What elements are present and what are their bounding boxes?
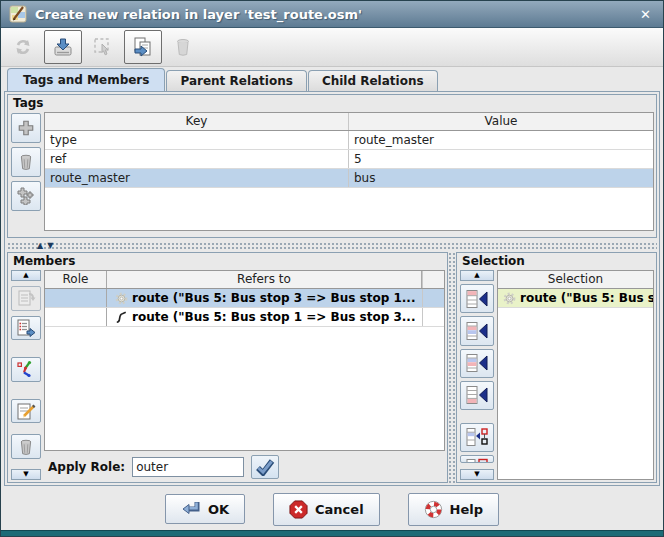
tags-toolbar [10, 112, 42, 231]
refresh-icon [13, 37, 33, 57]
josm-logo-icon [9, 5, 27, 23]
remove-selected-members-icon [465, 458, 489, 463]
members-table-header: Role Refers to [45, 271, 444, 289]
tags-table-header: Key Value [45, 113, 653, 131]
copy-members-button[interactable] [11, 286, 41, 311]
add-selection-at-end-button[interactable] [460, 381, 494, 410]
remove-member-button[interactable] [11, 434, 41, 459]
members-toolbar: ▲ [10, 270, 42, 480]
add-after-icon [465, 353, 489, 373]
ok-button[interactable]: OK [165, 494, 245, 524]
tag-value[interactable]: bus [349, 169, 653, 187]
editor-tabs: Tags and Members Parent Relations Child … [1, 67, 663, 91]
member-refers-to[interactable]: route ("Bus 5: Bus stop 3 => Bus stop 1.… [107, 289, 422, 307]
key-column-header: Key [45, 113, 349, 130]
apply-role-button[interactable] [251, 455, 279, 479]
refresh-button[interactable] [4, 30, 42, 64]
scroll-up-icon[interactable]: ▲ [460, 270, 494, 281]
delete-tag-button[interactable] [11, 147, 41, 177]
ok-return-icon [181, 501, 201, 517]
selection-toolbar: ▲ [459, 270, 495, 480]
horizontal-splitter[interactable]: ▲ ▼ [7, 242, 657, 250]
refers-to-column-header: Refers to [107, 271, 422, 288]
add-at-start-icon [465, 289, 489, 309]
add-selection-before-button[interactable] [460, 316, 494, 345]
paste-members-icon [16, 318, 36, 338]
tag-key[interactable]: type [45, 131, 349, 149]
scroll-down-icon[interactable]: ▼ [11, 469, 41, 480]
relation-gear-icon [502, 291, 517, 306]
help-button[interactable]: Help [408, 493, 499, 526]
delete-relation-button[interactable] [164, 30, 202, 64]
selection-panel: Selection ▲ [456, 252, 657, 483]
relation-editor-window: Create new relation in layer 'test_route… [0, 0, 664, 537]
paste-tags-icon [17, 187, 35, 205]
ok-button-label: OK [208, 502, 229, 517]
add-before-icon [465, 321, 489, 341]
edit-member-button[interactable] [11, 399, 41, 424]
dialog-footer: OK Cancel Help [1, 486, 663, 532]
select-members-button[interactable] [460, 423, 494, 452]
scroll-down-icon[interactable]: ▼ [460, 469, 494, 480]
vertical-splitter[interactable] [448, 252, 456, 483]
titlebar: Create new relation in layer 'test_route… [1, 1, 663, 28]
splitter-collapse-up-icon[interactable]: ▲ [37, 242, 43, 250]
selection-table: Selection [497, 270, 654, 480]
tab-child-relations[interactable]: Child Relations [308, 70, 438, 91]
member-row[interactable]: route ("Bus 5: Bus stop 3 => Bus stop 1.… [45, 289, 444, 308]
add-tag-button[interactable] [11, 113, 41, 143]
tab-parent-relations[interactable]: Parent Relations [166, 70, 306, 91]
apply-save-icon [52, 36, 74, 58]
help-lifering-icon [424, 500, 443, 519]
paste-tags-button[interactable] [11, 181, 41, 211]
member-row[interactable]: route ("Bus 5: Bus stop 1 => Bus stop 3.… [45, 308, 444, 327]
window-bottom-edge [1, 530, 663, 536]
apply-role-label: Apply Role: [48, 460, 125, 474]
selection-item[interactable]: route ("Bus 5: Bus s [498, 289, 653, 307]
trash-icon [17, 438, 35, 456]
selection-column-header: Selection [498, 271, 653, 288]
select-in-map-icon [93, 37, 113, 57]
route-sort-icon [16, 359, 36, 379]
members-panel-title: Members [8, 253, 447, 270]
cancel-icon [289, 500, 308, 519]
tag-row[interactable]: type route_master [45, 131, 653, 150]
apply-role-input[interactable] [132, 457, 244, 477]
splitter-collapse-down-icon[interactable]: ▼ [47, 242, 53, 250]
select-in-map-button[interactable] [84, 30, 122, 64]
members-panel: Members ▲ [7, 252, 448, 483]
cancel-button[interactable]: Cancel [273, 493, 380, 526]
member-role[interactable] [45, 308, 107, 326]
delete-relation-icon [173, 37, 193, 57]
tag-row[interactable]: ref 5 [45, 150, 653, 169]
sort-members-button[interactable] [11, 357, 41, 382]
tag-value[interactable]: 5 [349, 150, 653, 168]
selection-table-header: Selection [498, 271, 653, 289]
apply-to-dataset-button[interactable] [44, 30, 82, 64]
way-icon [114, 310, 129, 325]
member-role[interactable] [45, 289, 107, 307]
member-refers-to[interactable]: route ("Bus 5: Bus stop 1 => Bus stop 3.… [107, 308, 422, 326]
add-selection-at-start-button[interactable] [460, 284, 494, 313]
tab-content: Tags [4, 91, 660, 486]
cancel-button-label: Cancel [315, 502, 364, 517]
tag-key[interactable]: route_master [45, 169, 349, 187]
tag-key[interactable]: ref [45, 150, 349, 168]
duplicate-relation-button[interactable] [124, 30, 162, 64]
link-column-header [422, 271, 444, 288]
add-at-end-icon [465, 385, 489, 405]
apply-role-check-icon [255, 458, 275, 476]
tags-panel: Tags [7, 94, 657, 238]
duplicate-relation-icon [132, 36, 154, 58]
tag-value[interactable]: route_master [349, 131, 653, 149]
paste-members-button[interactable] [11, 316, 41, 341]
add-selection-after-button[interactable] [460, 349, 494, 378]
selection-row[interactable]: route ("Bus 5: Bus s [498, 289, 653, 308]
close-icon[interactable]: ✕ [636, 7, 655, 22]
tag-row[interactable]: route_master bus [45, 169, 653, 188]
tab-tags-and-members[interactable]: Tags and Members [7, 68, 165, 91]
scroll-up-icon[interactable]: ▲ [11, 270, 41, 281]
remove-selected-members-button[interactable] [460, 455, 494, 463]
apply-role-row: Apply Role: [44, 454, 445, 480]
tags-panel-title: Tags [8, 95, 656, 112]
